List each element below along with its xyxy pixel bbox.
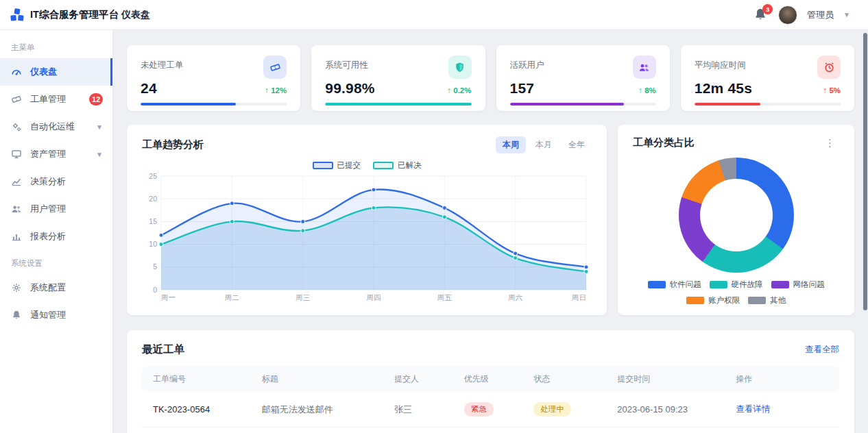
trend-line-chart: 0510152025周一周二周三周四周五周六周日	[142, 172, 592, 304]
donut-legend-item[interactable]: 硬件故障	[710, 280, 763, 290]
stat-progress-track	[510, 103, 656, 106]
status-badge: 处理中	[533, 402, 571, 417]
sidebar-item[interactable]: 仪表盘	[0, 58, 112, 86]
table-column-header: 提交人	[386, 367, 456, 392]
sidebar-item-label: 用户管理	[30, 203, 66, 215]
stat-card: 系统可用性99.98%↑ 0.2%	[311, 45, 485, 111]
trend-tab-month[interactable]: 本月	[529, 136, 559, 153]
brand-title: IT综合服务管理平台	[30, 8, 119, 21]
gauge-icon	[11, 66, 22, 77]
chevron-down-icon: ▼	[96, 123, 103, 131]
table-column-header: 状态	[525, 367, 609, 392]
sidebar-item-label: 自动化运维	[30, 121, 75, 133]
donut-legend-item[interactable]: 软件问题	[648, 280, 701, 290]
legend-swatch	[771, 281, 789, 288]
cubes-logo-icon	[10, 8, 25, 23]
stats-row: 未处理工单24↑ 12%系统可用性99.98%↑ 0.2%活跃用户157↑ 8%…	[127, 45, 854, 111]
sidebar-item[interactable]: 报表分析	[0, 223, 112, 250]
legend-label: 账户权限	[708, 295, 740, 306]
sidebar-item[interactable]: 自动化运维▼	[0, 113, 112, 140]
stat-trend: ↑ 8%	[638, 86, 656, 95]
legend-swatch	[313, 162, 333, 169]
sidebar-section-label: 系统设置	[0, 250, 112, 274]
recent-tickets-title: 最近工单	[142, 343, 184, 357]
legend-label: 其他	[770, 295, 786, 306]
monitor-icon	[11, 149, 22, 160]
stat-label: 系统可用性	[325, 55, 368, 71]
donut-chart	[679, 158, 794, 273]
ticket-id: TK-2023-0564	[142, 392, 254, 428]
brand: IT综合服务管理平台	[0, 8, 113, 23]
chevron-down-icon[interactable]: ▼	[843, 11, 850, 18]
trend-tab-year[interactable]: 全年	[562, 136, 592, 153]
bar-chart-icon	[11, 231, 22, 242]
ticket-title: 邮箱无法发送邮件	[254, 392, 386, 428]
svg-text:10: 10	[149, 240, 157, 248]
sidebar-item[interactable]: 用户管理	[0, 195, 112, 223]
sidebar-item[interactable]: 系统配置	[0, 274, 112, 301]
avatar[interactable]	[778, 5, 797, 25]
stat-trend: ↑ 0.2%	[447, 86, 471, 95]
sidebar-item-label: 通知管理	[30, 309, 66, 321]
donut-legend-item[interactable]: 其他	[748, 295, 786, 306]
svg-text:周日: 周日	[572, 293, 586, 301]
trend-range-tabs: 本周本月全年	[496, 136, 592, 153]
stat-card: 平均响应时间12m 45s↑ 5%	[681, 45, 854, 111]
user-name: 管理员	[807, 9, 834, 21]
svg-text:周二: 周二	[225, 293, 239, 301]
notifications-button[interactable]: 3	[754, 8, 769, 23]
trend-legend-item[interactable]: 已解决	[373, 160, 422, 171]
table-row: TK-2023-0564邮箱无法发送邮件张三紧急处理中2023-06-15 09…	[142, 392, 839, 428]
clock-icon	[817, 55, 841, 79]
ellipsis-menu-icon[interactable]: ⋮	[821, 136, 839, 149]
legend-label: 软件问题	[670, 280, 701, 290]
view-all-link[interactable]: 查看全部	[805, 344, 839, 356]
recent-tickets-card: 最近工单 查看全部 工单编号标题提交人优先级状态提交时间操作 TK-2023-0…	[127, 330, 854, 433]
users-icon	[11, 203, 22, 214]
svg-text:周一: 周一	[161, 293, 176, 301]
trend-legend: 已提交已解决	[142, 160, 592, 171]
stat-value: 12m 45s	[695, 80, 752, 97]
scrollbar-track[interactable]	[863, 30, 868, 433]
donut-chart-title: 工单分类占比	[633, 136, 695, 149]
svg-text:周六: 周六	[508, 293, 523, 301]
stat-progress-track	[695, 103, 841, 106]
users-icon	[633, 55, 656, 79]
trend-chart-card: 工单趋势分析 本周本月全年 已提交已解决 0510152025周一周二周三周四周…	[127, 125, 607, 315]
sidebar-item[interactable]: 通知管理	[0, 301, 112, 329]
priority-badge: 紧急	[464, 402, 494, 417]
trend-tab-week[interactable]: 本周	[496, 136, 526, 153]
legend-label: 已提交	[337, 160, 361, 171]
donut-hole	[700, 179, 773, 251]
sidebar-item[interactable]: 工单管理12	[0, 86, 112, 113]
notification-badge: 3	[762, 4, 773, 14]
stat-progress-fill	[141, 103, 236, 106]
sidebar: 主菜单仪表盘工单管理12自动化运维▼资产管理▼决策分析用户管理报表分析系统设置系…	[0, 30, 113, 433]
stat-trend: ↑ 12%	[265, 86, 287, 95]
table-column-header: 提交时间	[609, 367, 727, 392]
trend-legend-item[interactable]: 已提交	[313, 160, 361, 171]
sidebar-item[interactable]: 决策分析	[0, 168, 112, 195]
legend-label: 已解决	[398, 160, 422, 171]
donut-legend-item[interactable]: 账户权限	[686, 295, 740, 306]
sidebar-item-label: 报表分析	[30, 230, 66, 243]
donut-chart-card: 工单分类占比 ⋮ 软件问题硬件故障网络问题账户权限其他	[618, 125, 854, 315]
chevron-down-icon: ▼	[96, 151, 103, 158]
scrollbar-thumb[interactable]	[863, 33, 867, 310]
stat-value: 157	[510, 80, 535, 97]
legend-label: 硬件故障	[732, 280, 763, 290]
ticket-time: 2023-06-15 08:45	[609, 428, 727, 433]
legend-label: 网络问题	[793, 280, 825, 290]
legend-swatch	[748, 297, 766, 304]
donut-legend-item[interactable]: 网络问题	[771, 280, 825, 290]
sidebar-item[interactable]: 资产管理▼	[0, 140, 112, 168]
view-details-link[interactable]: 查看详情	[736, 404, 770, 414]
stat-progress-fill	[325, 103, 471, 106]
stat-progress-track	[141, 103, 287, 106]
legend-swatch	[710, 281, 727, 288]
stat-label: 平均响应时间	[695, 55, 746, 71]
sidebar-item-label: 系统配置	[30, 282, 66, 294]
ticket-id: TK-2023-0563	[142, 428, 254, 433]
shield-icon	[448, 55, 472, 79]
svg-text:15: 15	[149, 217, 157, 225]
